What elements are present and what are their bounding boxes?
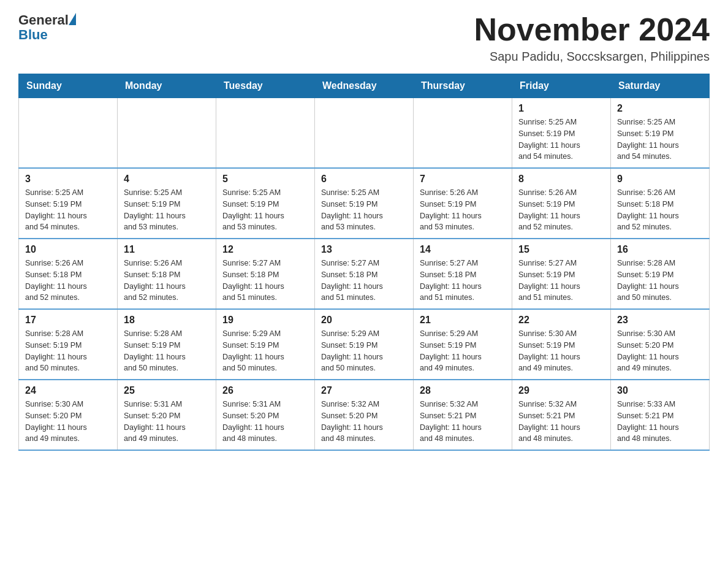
calendar-day-cell: 5Sunrise: 5:25 AM Sunset: 5:19 PM Daylig… xyxy=(216,168,315,239)
day-number: 23 xyxy=(617,315,703,326)
day-number: 11 xyxy=(124,244,210,255)
day-number: 15 xyxy=(518,244,604,255)
calendar-day-cell: 30Sunrise: 5:33 AM Sunset: 5:21 PM Dayli… xyxy=(611,380,710,450)
calendar-day-cell: 17Sunrise: 5:28 AM Sunset: 5:19 PM Dayli… xyxy=(19,309,118,380)
calendar-day-cell: 16Sunrise: 5:28 AM Sunset: 5:19 PM Dayli… xyxy=(611,239,710,309)
day-info: Sunrise: 5:25 AM Sunset: 5:19 PM Dayligh… xyxy=(617,117,703,163)
day-info: Sunrise: 5:25 AM Sunset: 5:19 PM Dayligh… xyxy=(518,117,604,163)
day-info: Sunrise: 5:30 AM Sunset: 5:20 PM Dayligh… xyxy=(25,399,111,445)
day-number: 14 xyxy=(420,244,506,255)
calendar-week-row: 24Sunrise: 5:30 AM Sunset: 5:20 PM Dayli… xyxy=(19,380,710,450)
day-info: Sunrise: 5:32 AM Sunset: 5:21 PM Dayligh… xyxy=(518,399,604,445)
day-number: 26 xyxy=(222,385,308,396)
day-header-wednesday: Wednesday xyxy=(315,74,414,98)
day-number: 13 xyxy=(321,244,407,255)
day-info: Sunrise: 5:31 AM Sunset: 5:20 PM Dayligh… xyxy=(222,399,308,445)
day-info: Sunrise: 5:27 AM Sunset: 5:18 PM Dayligh… xyxy=(420,258,506,304)
calendar-day-cell: 15Sunrise: 5:27 AM Sunset: 5:19 PM Dayli… xyxy=(512,239,611,309)
calendar-day-cell: 21Sunrise: 5:29 AM Sunset: 5:19 PM Dayli… xyxy=(414,309,512,380)
day-number: 9 xyxy=(617,174,703,185)
day-number: 12 xyxy=(222,244,308,255)
calendar-day-cell: 27Sunrise: 5:32 AM Sunset: 5:20 PM Dayli… xyxy=(315,380,414,450)
day-info: Sunrise: 5:26 AM Sunset: 5:19 PM Dayligh… xyxy=(420,187,506,233)
day-info: Sunrise: 5:32 AM Sunset: 5:21 PM Dayligh… xyxy=(420,399,506,445)
day-number: 8 xyxy=(518,174,604,185)
day-number: 30 xyxy=(617,385,703,396)
day-info: Sunrise: 5:26 AM Sunset: 5:18 PM Dayligh… xyxy=(617,187,703,233)
day-number: 3 xyxy=(25,174,111,185)
day-header-thursday: Thursday xyxy=(414,74,512,98)
calendar-day-cell: 22Sunrise: 5:30 AM Sunset: 5:19 PM Dayli… xyxy=(512,309,611,380)
day-header-tuesday: Tuesday xyxy=(216,74,315,98)
logo-general-text: General xyxy=(18,12,69,28)
calendar-day-cell: 11Sunrise: 5:26 AM Sunset: 5:18 PM Dayli… xyxy=(118,239,216,309)
day-info: Sunrise: 5:30 AM Sunset: 5:19 PM Dayligh… xyxy=(518,328,604,374)
calendar-day-cell: 1Sunrise: 5:25 AM Sunset: 5:19 PM Daylig… xyxy=(512,98,611,169)
day-info: Sunrise: 5:27 AM Sunset: 5:18 PM Dayligh… xyxy=(321,258,407,304)
calendar-day-cell: 2Sunrise: 5:25 AM Sunset: 5:19 PM Daylig… xyxy=(611,98,710,169)
calendar-table: SundayMondayTuesdayWednesdayThursdayFrid… xyxy=(18,74,710,451)
day-number: 6 xyxy=(321,174,407,185)
calendar-day-cell xyxy=(414,98,512,169)
day-info: Sunrise: 5:29 AM Sunset: 5:19 PM Dayligh… xyxy=(222,328,308,374)
day-info: Sunrise: 5:33 AM Sunset: 5:21 PM Dayligh… xyxy=(617,399,703,445)
calendar-day-cell: 3Sunrise: 5:25 AM Sunset: 5:19 PM Daylig… xyxy=(19,168,118,239)
calendar-day-cell: 26Sunrise: 5:31 AM Sunset: 5:20 PM Dayli… xyxy=(216,380,315,450)
logo: General Blue xyxy=(18,12,76,43)
day-info: Sunrise: 5:26 AM Sunset: 5:18 PM Dayligh… xyxy=(124,258,210,304)
month-title: November 2024 xyxy=(474,12,710,47)
day-number: 21 xyxy=(420,315,506,326)
day-info: Sunrise: 5:29 AM Sunset: 5:19 PM Dayligh… xyxy=(420,328,506,374)
day-number: 22 xyxy=(518,315,604,326)
calendar-day-cell xyxy=(315,98,414,169)
calendar-day-cell xyxy=(118,98,216,169)
day-info: Sunrise: 5:28 AM Sunset: 5:19 PM Dayligh… xyxy=(25,328,111,374)
calendar-header-row: SundayMondayTuesdayWednesdayThursdayFrid… xyxy=(19,74,710,98)
day-header-sunday: Sunday xyxy=(19,74,118,98)
day-number: 10 xyxy=(25,244,111,255)
calendar-day-cell: 24Sunrise: 5:30 AM Sunset: 5:20 PM Dayli… xyxy=(19,380,118,450)
day-header-monday: Monday xyxy=(118,74,216,98)
day-number: 24 xyxy=(25,385,111,396)
calendar-day-cell: 29Sunrise: 5:32 AM Sunset: 5:21 PM Dayli… xyxy=(512,380,611,450)
day-info: Sunrise: 5:25 AM Sunset: 5:19 PM Dayligh… xyxy=(124,187,210,233)
day-number: 4 xyxy=(124,174,210,185)
logo-triangle-icon xyxy=(69,13,76,25)
day-number: 1 xyxy=(518,103,604,114)
calendar-week-row: 1Sunrise: 5:25 AM Sunset: 5:19 PM Daylig… xyxy=(19,98,710,169)
day-info: Sunrise: 5:32 AM Sunset: 5:20 PM Dayligh… xyxy=(321,399,407,445)
day-info: Sunrise: 5:25 AM Sunset: 5:19 PM Dayligh… xyxy=(222,187,308,233)
day-header-friday: Friday xyxy=(512,74,611,98)
calendar-day-cell: 18Sunrise: 5:28 AM Sunset: 5:19 PM Dayli… xyxy=(118,309,216,380)
logo-blue-text: Blue xyxy=(18,27,48,43)
calendar-day-cell: 4Sunrise: 5:25 AM Sunset: 5:19 PM Daylig… xyxy=(118,168,216,239)
day-info: Sunrise: 5:26 AM Sunset: 5:18 PM Dayligh… xyxy=(25,258,111,304)
calendar-day-cell: 12Sunrise: 5:27 AM Sunset: 5:18 PM Dayli… xyxy=(216,239,315,309)
calendar-day-cell: 13Sunrise: 5:27 AM Sunset: 5:18 PM Dayli… xyxy=(315,239,414,309)
day-info: Sunrise: 5:25 AM Sunset: 5:19 PM Dayligh… xyxy=(25,187,111,233)
calendar-day-cell: 28Sunrise: 5:32 AM Sunset: 5:21 PM Dayli… xyxy=(414,380,512,450)
location-subtitle: Sapu Padidu, Soccsksargen, Philippines xyxy=(474,50,710,64)
day-number: 19 xyxy=(222,315,308,326)
calendar-day-cell: 23Sunrise: 5:30 AM Sunset: 5:20 PM Dayli… xyxy=(611,309,710,380)
page-header: General Blue November 2024 Sapu Padidu, … xyxy=(18,12,710,64)
day-info: Sunrise: 5:30 AM Sunset: 5:20 PM Dayligh… xyxy=(617,328,703,374)
day-info: Sunrise: 5:26 AM Sunset: 5:19 PM Dayligh… xyxy=(518,187,604,233)
day-number: 18 xyxy=(124,315,210,326)
day-info: Sunrise: 5:25 AM Sunset: 5:19 PM Dayligh… xyxy=(321,187,407,233)
calendar-day-cell: 9Sunrise: 5:26 AM Sunset: 5:18 PM Daylig… xyxy=(611,168,710,239)
calendar-week-row: 10Sunrise: 5:26 AM Sunset: 5:18 PM Dayli… xyxy=(19,239,710,309)
day-number: 16 xyxy=(617,244,703,255)
day-number: 29 xyxy=(518,385,604,396)
day-info: Sunrise: 5:27 AM Sunset: 5:18 PM Dayligh… xyxy=(222,258,308,304)
calendar-day-cell xyxy=(19,98,118,169)
calendar-day-cell: 19Sunrise: 5:29 AM Sunset: 5:19 PM Dayli… xyxy=(216,309,315,380)
calendar-day-cell: 10Sunrise: 5:26 AM Sunset: 5:18 PM Dayli… xyxy=(19,239,118,309)
calendar-day-cell: 20Sunrise: 5:29 AM Sunset: 5:19 PM Dayli… xyxy=(315,309,414,380)
day-number: 2 xyxy=(617,103,703,114)
day-number: 7 xyxy=(420,174,506,185)
calendar-day-cell xyxy=(216,98,315,169)
day-info: Sunrise: 5:29 AM Sunset: 5:19 PM Dayligh… xyxy=(321,328,407,374)
day-info: Sunrise: 5:27 AM Sunset: 5:19 PM Dayligh… xyxy=(518,258,604,304)
day-info: Sunrise: 5:31 AM Sunset: 5:20 PM Dayligh… xyxy=(124,399,210,445)
